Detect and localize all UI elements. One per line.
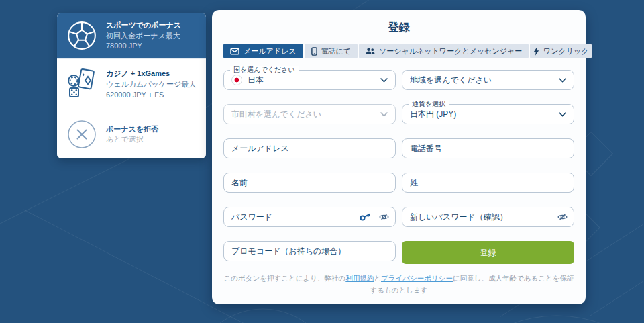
- password-confirm-icons: [557, 213, 568, 221]
- bonus-subtitle: 初回入金ボーナス最大78000 JPY: [106, 31, 198, 52]
- currency-select[interactable]: 通貨を選択 日本円 (JPY): [402, 104, 574, 124]
- tab-label: ソーシャルネットワークとメッセンジャー: [379, 46, 522, 56]
- country-select-label: 国を選んでください: [230, 66, 299, 74]
- casino-cards-icon: [65, 68, 99, 100]
- users-icon: [366, 48, 375, 54]
- tab-label: メールアドレス: [244, 46, 297, 56]
- tab-phone[interactable]: 電話にて: [305, 44, 358, 58]
- envelope-icon: [230, 48, 239, 55]
- sidebar-item-refuse-bonus[interactable]: ボーナスを拒否 あとで選択: [57, 109, 206, 158]
- tab-social[interactable]: ソーシャルネットワークとメッセンジャー: [359, 44, 529, 58]
- registration-tabs: メールアドレス 電話にて: [223, 44, 574, 58]
- bonus-title: スポーツでのボーナス: [106, 19, 198, 31]
- region-select[interactable]: 地域を選んでください: [402, 70, 574, 90]
- city-select[interactable]: 市町村を選んでください: [223, 104, 396, 124]
- city-placeholder: 市町村を選んでください: [231, 109, 375, 120]
- terms-disclaimer: このボタンを押すことにより、弊社の利用規約とプライバシーポリシーに同意し、成人年…: [223, 273, 574, 297]
- chevron-down-icon: [559, 112, 566, 117]
- email-field[interactable]: [223, 138, 396, 158]
- country-value: 日本: [248, 75, 375, 86]
- disclaimer-text: と: [374, 274, 381, 282]
- japan-flag-icon: [231, 75, 242, 85]
- password-icons: [360, 213, 389, 221]
- first-name-field[interactable]: [223, 173, 396, 193]
- last-name-field[interactable]: [402, 173, 574, 193]
- currency-select-label: 通貨を選択: [409, 100, 449, 108]
- chevron-down-icon: [380, 78, 388, 83]
- bonus-sidebar: スポーツでのボーナス 初回入金ボーナス最大78000 JPY: [57, 13, 206, 158]
- chevron-down-icon: [380, 112, 388, 117]
- disclaimer-text: このボタンを押すことにより、弊社の: [224, 274, 346, 282]
- currency-value: 日本円 (JPY): [410, 109, 553, 120]
- page-title: 登録: [223, 21, 574, 35]
- sidebar-item-casino-bonus[interactable]: カジノ + 1xGames ウェルカムパッケージ最大 620000 JPY + …: [57, 58, 206, 109]
- tab-label: ワンクリック: [543, 46, 589, 56]
- tab-one-click[interactable]: ワンクリック: [530, 44, 592, 58]
- bonus-subtitle: ウェルカムパッケージ最大 620000 JPY + FS: [106, 79, 198, 101]
- privacy-policy-link[interactable]: プライバシーポリシー: [381, 274, 453, 282]
- password-field-wrap: [223, 207, 396, 227]
- key-icon: [360, 213, 371, 221]
- eye-slash-icon[interactable]: [557, 213, 568, 221]
- tab-email[interactable]: メールアドレス: [223, 44, 303, 58]
- phone-icon: [311, 47, 317, 56]
- phone-field[interactable]: [402, 138, 574, 158]
- soccer-ball-icon: [65, 20, 99, 51]
- terms-link[interactable]: 利用規約: [345, 274, 374, 282]
- tab-label: 電話にて: [321, 46, 352, 56]
- bonus-text: ボーナスを拒否 あとで選択: [106, 124, 158, 145]
- registration-form: 国を選んでください 日本 地域を選んでください 市町村を選んでください 通貨を選…: [223, 70, 574, 264]
- chevron-down-icon: [559, 78, 566, 83]
- bonus-subtitle: あとで選択: [106, 134, 158, 145]
- x-circle-icon: [65, 120, 99, 149]
- password-confirm-wrap: [402, 207, 574, 227]
- registration-panel: 登録 メールアドレス 電話にて: [212, 10, 586, 304]
- bonus-title: ボーナスを拒否: [106, 124, 158, 135]
- password-confirm-field[interactable]: [402, 207, 574, 227]
- sidebar-item-sports-bonus[interactable]: スポーツでのボーナス 初回入金ボーナス最大78000 JPY: [57, 13, 206, 58]
- region-placeholder: 地域を選んでください: [410, 75, 553, 86]
- lightning-icon: [533, 47, 539, 56]
- page-background: スポーツでのボーナス 初回入金ボーナス最大78000 JPY: [0, 0, 644, 323]
- register-button[interactable]: 登録: [402, 241, 574, 264]
- eye-slash-icon[interactable]: [379, 213, 389, 221]
- promo-code-field[interactable]: [223, 241, 396, 261]
- bonus-title: カジノ + 1xGames: [106, 68, 198, 79]
- bonus-text: カジノ + 1xGames ウェルカムパッケージ最大 620000 JPY + …: [106, 68, 198, 100]
- bonus-text: スポーツでのボーナス 初回入金ボーナス最大78000 JPY: [106, 19, 198, 52]
- country-select[interactable]: 国を選んでください 日本: [223, 70, 396, 90]
